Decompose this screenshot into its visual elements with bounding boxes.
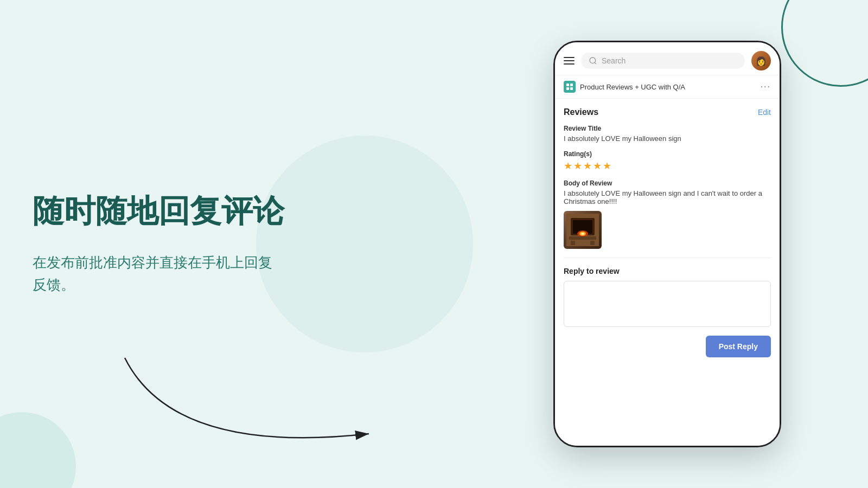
sub-text-line1: 在发布前批准内容并直接在手机上回复 [33, 254, 272, 270]
avatar-emoji: 👩 [756, 56, 767, 66]
body-group: Body of Review I absolutely LOVE my Hall… [564, 179, 771, 249]
breadcrumb-label: Product Reviews + UGC with Q/A [580, 83, 756, 91]
body-label: Body of Review [564, 179, 771, 187]
sub-text-line2: 反馈。 [33, 277, 75, 293]
svg-rect-14 [571, 241, 575, 245]
divider [564, 258, 771, 258]
hamburger-icon[interactable] [564, 57, 575, 65]
rating-group: Rating(s) ★★★★★ [564, 150, 771, 172]
search-placeholder: Search [602, 56, 626, 65]
stars-display: ★★★★★ [564, 160, 771, 172]
svg-rect-3 [566, 84, 569, 86]
sub-text: 在发布前批准内容并直接在手机上回复 反馈。 [33, 251, 369, 296]
review-title-value: I absolutely LOVE my Halloween sign [564, 134, 771, 143]
post-reply-button[interactable]: Post Reply [706, 336, 771, 357]
phone-frame: Search 👩 Product Reviews + UGC with Q/A … [553, 41, 781, 447]
bg-circle-bottom-left [0, 412, 76, 488]
edit-button[interactable]: Edit [758, 108, 771, 117]
svg-point-1 [590, 57, 596, 63]
breadcrumb-row: Product Reviews + UGC with Q/A ··· [555, 75, 780, 99]
svg-rect-15 [590, 241, 595, 245]
svg-rect-4 [570, 84, 573, 86]
reply-textarea[interactable] [564, 281, 771, 327]
search-bar[interactable]: Search [581, 53, 745, 69]
body-value: I absolutely LOVE my Halloween sign and … [564, 189, 771, 206]
reviews-section-title: Reviews [564, 107, 598, 117]
phone-content: Reviews Edit Review Title I absolutely L… [555, 99, 780, 435]
svg-rect-6 [570, 87, 573, 90]
review-title-label: Review Title [564, 125, 771, 132]
avatar[interactable]: 👩 [751, 51, 771, 70]
svg-rect-13 [569, 236, 596, 240]
review-image [564, 211, 602, 249]
svg-point-12 [581, 233, 584, 235]
svg-line-2 [595, 62, 596, 64]
reviews-header: Reviews Edit [564, 107, 771, 117]
rating-label: Rating(s) [564, 150, 771, 158]
phone-mockup: Search 👩 Product Reviews + UGC with Q/A … [553, 41, 781, 447]
reply-group: Reply to review Post Reply [564, 267, 771, 357]
arrow-decoration [119, 347, 380, 445]
main-title: 随时随地回复评论 [33, 192, 369, 230]
bg-circle-top-right [781, 0, 868, 87]
more-options-icon[interactable]: ··· [761, 82, 771, 92]
phone-bottom-space [555, 435, 780, 446]
review-title-group: Review Title I absolutely LOVE my Hallow… [564, 125, 771, 143]
svg-rect-5 [566, 87, 569, 90]
breadcrumb-icon [564, 81, 576, 93]
left-content: 随时随地回复评论 在发布前批准内容并直接在手机上回复 反馈。 [33, 192, 369, 297]
reply-label: Reply to review [564, 267, 771, 275]
phone-top-bar: Search 👩 [555, 42, 780, 75]
search-icon [589, 56, 597, 65]
fireplace-icon [566, 214, 599, 246]
